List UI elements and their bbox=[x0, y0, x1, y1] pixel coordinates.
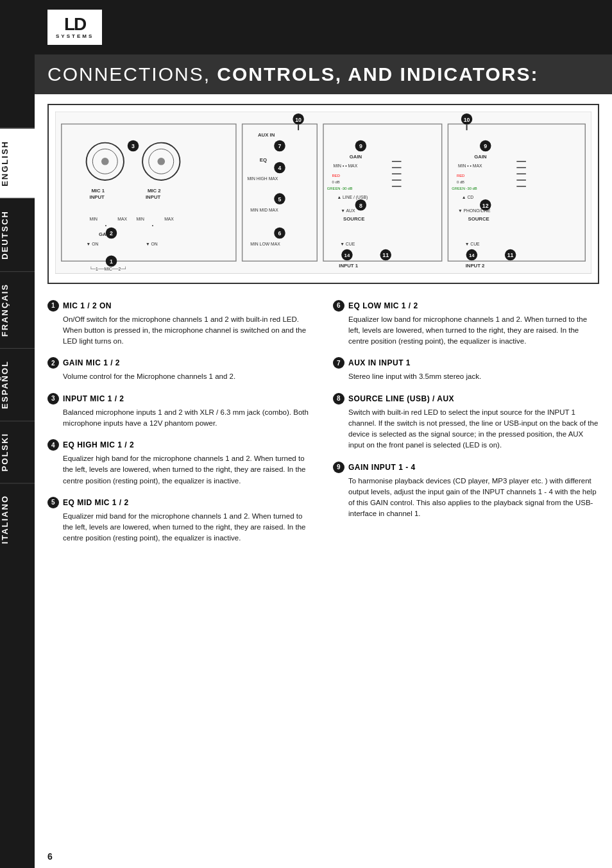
section-8-num: 8 bbox=[333, 393, 344, 405]
page-number: 6 bbox=[47, 851, 53, 862]
svg-text:AUX IN: AUX IN bbox=[258, 132, 275, 138]
section-2-num: 2 bbox=[47, 357, 59, 369]
svg-text:MIN MID MAX: MIN MID MAX bbox=[250, 208, 278, 212]
lang-italiano[interactable]: ITALIANO bbox=[0, 483, 35, 555]
svg-text:MIN: MIN bbox=[89, 217, 98, 221]
svg-text:▲ CD: ▲ CD bbox=[462, 195, 474, 199]
svg-text:RED: RED bbox=[457, 174, 464, 178]
svg-text:▼ CUE: ▼ CUE bbox=[465, 242, 480, 246]
section-7-num: 7 bbox=[333, 357, 344, 369]
section-6-title: 6 EQ LOW MIC 1 / 2 bbox=[333, 300, 599, 312]
logo-box: LD SYSTEMS bbox=[47, 10, 102, 45]
main-page: LD SYSTEMS CONNECTIONS, CONTROLS, AND IN… bbox=[35, 0, 612, 868]
section-6: 6 EQ LOW MIC 1 / 2 Equalizer low band fo… bbox=[333, 300, 599, 347]
section-7: 7 AUX IN INPUT 1 Stereo line input with … bbox=[333, 357, 599, 382]
section-1: 1 MIC 1 / 2 ON On/Off switch for the mic… bbox=[47, 300, 314, 347]
svg-text:6: 6 bbox=[278, 230, 282, 237]
svg-text:14: 14 bbox=[469, 253, 475, 258]
lang-francais[interactable]: FRANÇAIS bbox=[0, 271, 35, 348]
svg-text:10: 10 bbox=[464, 117, 470, 123]
svg-text:▼ ON: ▼ ON bbox=[87, 242, 99, 246]
svg-text:MAX: MAX bbox=[117, 217, 127, 221]
svg-text:MIN: MIN bbox=[136, 217, 144, 221]
left-column: 1 MIC 1 / 2 ON On/Off switch for the mic… bbox=[47, 300, 314, 555]
section-3: 3 INPUT MIC 1 / 2 Balanced microphone in… bbox=[47, 393, 314, 430]
title-banner: CONNECTIONS, CONTROLS, AND INDICATORS: bbox=[35, 54, 612, 94]
svg-text:MIC 1: MIC 1 bbox=[91, 188, 105, 194]
controls-diagram: MIC 1 INPUT MIC 2 INPUT 3 MIN • MAX GAIN… bbox=[55, 112, 591, 274]
svg-text:▼ PHONO/LINE: ▼ PHONO/LINE bbox=[458, 208, 491, 213]
section-3-body: Balanced microphone inputs 1 and 2 with … bbox=[47, 407, 314, 430]
section-5-body: Equalizer mid band for the microphone ch… bbox=[47, 511, 314, 544]
section-3-title: 3 INPUT MIC 1 / 2 bbox=[47, 393, 314, 405]
svg-text:14: 14 bbox=[344, 253, 350, 258]
page-title: CONNECTIONS, CONTROLS, AND INDICATORS: bbox=[47, 63, 599, 85]
svg-text:9: 9 bbox=[484, 143, 487, 149]
svg-text:INPUT 2: INPUT 2 bbox=[466, 263, 485, 269]
section-5: 5 EQ MID MIC 1 / 2 Equalizer mid band fo… bbox=[47, 497, 314, 544]
svg-text:MAX: MAX bbox=[164, 217, 174, 221]
section-4-title: 4 EQ HIGH MIC 1 / 2 bbox=[47, 439, 314, 451]
svg-text:0 dB: 0 dB bbox=[332, 180, 340, 184]
svg-text:▼ ON: ▼ ON bbox=[146, 242, 158, 246]
section-8-body: Switch with built-in red LED to select t… bbox=[333, 407, 599, 451]
section-6-num: 6 bbox=[333, 300, 344, 312]
svg-text:SOURCE: SOURCE bbox=[343, 216, 364, 222]
svg-text:▼ AUX: ▼ AUX bbox=[341, 208, 355, 213]
section-9-body: To harmonise playback devices (CD player… bbox=[333, 476, 599, 520]
svg-text:GREEN -30 dB: GREEN -30 dB bbox=[452, 187, 477, 190]
lang-polski[interactable]: POLSKI bbox=[0, 421, 35, 483]
logo-systems: SYSTEMS bbox=[56, 33, 94, 39]
svg-point-4 bbox=[101, 158, 109, 165]
svg-text:GAIN: GAIN bbox=[350, 154, 362, 160]
section-8-title: 8 SOURCE LINE (USB) / AUX bbox=[333, 393, 599, 405]
svg-text:└─1──MIC──2─┘: └─1──MIC──2─┘ bbox=[89, 266, 127, 271]
section-4-num: 4 bbox=[47, 439, 59, 451]
section-6-body: Equalizer low band for microphone channe… bbox=[333, 314, 599, 347]
section-4-body: Equalizer high band for the microphone c… bbox=[47, 453, 314, 487]
lang-english[interactable]: ENGLISH bbox=[0, 128, 35, 198]
svg-text:11: 11 bbox=[507, 252, 514, 258]
section-2-title: 2 GAIN MIC 1 / 2 bbox=[47, 357, 314, 369]
section-2: 2 GAIN MIC 1 / 2 Volume control for the … bbox=[47, 357, 314, 382]
svg-text:MIN •   • MAX: MIN • • MAX bbox=[334, 163, 358, 168]
lang-deutsch[interactable]: DEUTSCH bbox=[0, 198, 35, 271]
logo-area: LD SYSTEMS bbox=[35, 0, 612, 54]
lang-espanol[interactable]: ESPAÑOL bbox=[0, 348, 35, 421]
section-8: 8 SOURCE LINE (USB) / AUX Switch with bu… bbox=[333, 393, 599, 451]
svg-text:INPUT: INPUT bbox=[146, 194, 161, 200]
section-9: 9 GAIN INPUT 1 - 4 To harmonise playback… bbox=[333, 462, 599, 520]
section-1-num: 1 bbox=[47, 300, 59, 312]
svg-text:MIN LOW MAX: MIN LOW MAX bbox=[250, 242, 280, 246]
svg-text:INPUT 1: INPUT 1 bbox=[339, 263, 358, 269]
svg-text:RED: RED bbox=[332, 174, 340, 178]
section-5-num: 5 bbox=[47, 497, 59, 508]
svg-point-9 bbox=[157, 158, 165, 165]
svg-text:4: 4 bbox=[278, 165, 282, 171]
svg-text:▲ LINE / (USB): ▲ LINE / (USB) bbox=[337, 195, 368, 200]
svg-text:3: 3 bbox=[132, 143, 135, 149]
svg-text:2: 2 bbox=[110, 230, 113, 237]
svg-text:MIN HIGH MAX: MIN HIGH MAX bbox=[247, 176, 278, 181]
content-area: 1 MIC 1 / 2 ON On/Off switch for the mic… bbox=[35, 294, 612, 561]
svg-text:MIC 2: MIC 2 bbox=[148, 188, 161, 194]
svg-text:EQ: EQ bbox=[260, 157, 267, 163]
svg-text:10: 10 bbox=[295, 117, 302, 123]
svg-text:11: 11 bbox=[382, 252, 389, 258]
svg-text:GAIN: GAIN bbox=[474, 154, 487, 160]
section-7-body: Stereo line input with 3.5mm stereo jack… bbox=[333, 371, 599, 382]
section-7-title: 7 AUX IN INPUT 1 bbox=[333, 357, 599, 369]
section-1-title: 1 MIC 1 / 2 ON bbox=[47, 300, 314, 312]
language-sidebar: ENGLISH DEUTSCH FRANÇAIS ESPAÑOL POLSKI … bbox=[0, 0, 35, 868]
svg-text:MIN •   • MAX: MIN • • MAX bbox=[458, 163, 482, 168]
section-2-body: Volume control for the Microphone channe… bbox=[47, 371, 314, 382]
right-column: 6 EQ LOW MIC 1 / 2 Equalizer low band fo… bbox=[333, 300, 599, 555]
svg-text:12: 12 bbox=[482, 203, 489, 209]
svg-text:INPUT: INPUT bbox=[89, 194, 105, 200]
svg-text:▼ CUE: ▼ CUE bbox=[340, 242, 355, 246]
diagram-area: MIC 1 INPUT MIC 2 INPUT 3 MIN • MAX GAIN… bbox=[47, 104, 599, 284]
section-4: 4 EQ HIGH MIC 1 / 2 Equalizer high band … bbox=[47, 439, 314, 487]
svg-text:5: 5 bbox=[278, 196, 282, 203]
section-1-body: On/Off switch for the microphone channel… bbox=[47, 314, 314, 347]
svg-text:9: 9 bbox=[359, 143, 362, 149]
